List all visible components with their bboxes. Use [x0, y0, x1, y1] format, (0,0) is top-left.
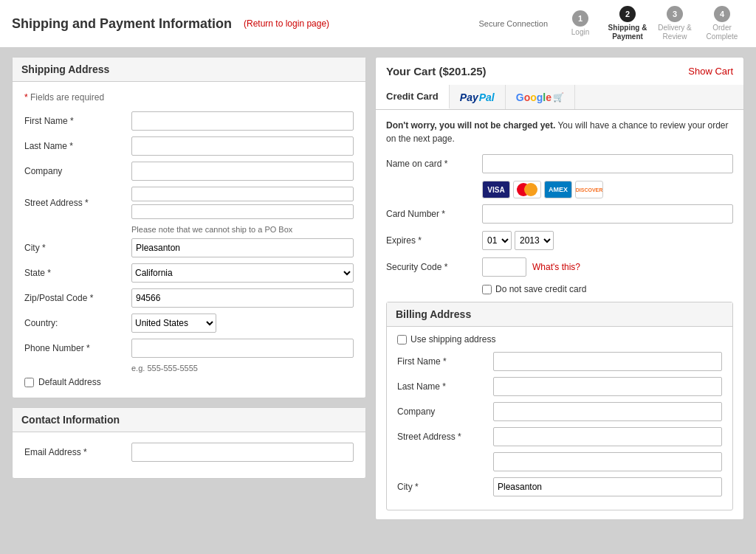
name-on-card-input[interactable]: [482, 154, 733, 173]
email-label: Email Address *: [24, 447, 131, 457]
g-cart-icon: 🛒: [553, 92, 564, 103]
step-circle-3: 3: [667, 6, 683, 22]
zip-input[interactable]: [131, 288, 354, 308]
billing-header: Billing Address: [387, 302, 732, 327]
billing-body: Use shipping address First Name * Last N…: [387, 327, 732, 510]
no-charge-bold: Don't worry, you will not be charged yet…: [386, 120, 555, 131]
shipping-address-section: Shipping Address * Fields are required F…: [12, 57, 366, 398]
do-not-save-checkbox[interactable]: [482, 285, 492, 294]
contact-body: Email Address *: [13, 432, 365, 478]
step-label-2: Shipping &Payment: [608, 24, 647, 41]
step-login: 1 Login: [558, 10, 602, 37]
show-cart-link[interactable]: Show Cart: [688, 66, 733, 77]
mastercard-icon: [513, 181, 541, 198]
google-logo: G o o g l e 🛒: [516, 91, 564, 103]
step-order-complete: 4 OrderComplete: [700, 6, 744, 41]
required-note-text: Fields are required: [30, 92, 104, 103]
billing-street-row: Street Address *: [397, 427, 722, 446]
first-name-label: First Name *: [24, 116, 131, 126]
street-input-1[interactable]: [131, 187, 354, 201]
default-address-checkbox[interactable]: [24, 378, 34, 387]
whats-this-link[interactable]: What's this?: [532, 262, 580, 272]
state-label: State *: [24, 268, 131, 278]
billing-company-input[interactable]: [493, 402, 722, 421]
city-row: City *: [24, 238, 354, 257]
country-label: Country:: [24, 318, 131, 328]
billing-first-name-input[interactable]: [493, 352, 722, 371]
left-panel: Shipping Address * Fields are required F…: [12, 57, 366, 520]
use-shipping-label: Use shipping address: [410, 334, 495, 344]
zip-label: Zip/Postal Code *: [24, 293, 131, 303]
g-letter-o2: o: [530, 91, 537, 103]
payment-body: Don't worry, you will not be charged yet…: [375, 110, 744, 520]
phone-row: Phone Number *: [24, 339, 354, 358]
step-shipping-payment: 2 Shipping &Payment: [605, 6, 650, 41]
billing-company-row: Company: [397, 402, 722, 421]
step-circle-1: 1: [572, 10, 588, 27]
default-address-label: Default Address: [38, 377, 101, 387]
country-select[interactable]: United States Canada: [131, 314, 216, 333]
city-input[interactable]: [131, 238, 354, 257]
billing-last-name-label: Last Name *: [397, 381, 493, 392]
street-address-row: Street Address *: [24, 187, 354, 219]
tab-google[interactable]: G o o g l e 🛒: [506, 85, 575, 109]
security-code-input[interactable]: [482, 257, 526, 277]
discover-icon: DISCOVER: [575, 181, 603, 198]
return-login-link[interactable]: (Return to login page): [244, 18, 329, 29]
step-label-3: Delivery &Review: [658, 24, 692, 41]
expires-month-select[interactable]: 01020304 05060708 09101112: [482, 231, 512, 250]
billing-street-input[interactable]: [493, 427, 722, 446]
top-bar: Shipping and Payment Information (Return…: [0, 0, 756, 48]
billing-street-input-2[interactable]: [493, 452, 722, 471]
billing-last-name-row: Last Name *: [397, 377, 722, 396]
cart-bar: Your Cart ($201.25) Show Cart: [375, 57, 744, 85]
email-input[interactable]: [131, 443, 354, 462]
expires-row: Expires * 01020304 05060708 09101112 201…: [386, 231, 733, 250]
street-inputs: [131, 187, 354, 219]
street-input-2[interactable]: [131, 204, 354, 219]
expires-year-select[interactable]: 2013201420152016 2017201820192020: [515, 231, 554, 250]
cart-total: Your Cart ($201.25): [386, 65, 487, 77]
card-number-input[interactable]: [482, 204, 733, 224]
name-on-card-label: Name on card *: [386, 159, 482, 169]
company-label: Company: [24, 166, 131, 176]
last-name-input[interactable]: [131, 136, 354, 156]
state-row: State * California Alabama New York: [24, 263, 354, 283]
security-group: What's this?: [482, 257, 580, 277]
payment-tabs: Credit Card Pay Pal G o o g l e 🛒: [375, 85, 744, 110]
shipping-address-header: Shipping Address: [13, 58, 365, 82]
name-on-card-row: Name on card *: [386, 154, 733, 173]
billing-first-name-label: First Name *: [397, 356, 493, 367]
paypal-p2: Pal: [479, 91, 495, 103]
last-name-row: Last Name *: [24, 136, 354, 156]
use-shipping-checkbox[interactable]: [397, 335, 407, 344]
page-title: Shipping and Payment Information: [12, 16, 232, 32]
tab-paypal[interactable]: Pay Pal: [450, 85, 506, 109]
phone-hint: e.g. 555-555-5555: [131, 364, 354, 373]
billing-first-name-row: First Name *: [397, 352, 722, 371]
paypal-p1: Pay: [460, 91, 478, 103]
no-charge-note: Don't worry, you will not be charged yet…: [386, 119, 733, 145]
phone-input[interactable]: [131, 339, 354, 358]
step-circle-2: 2: [619, 6, 636, 22]
step-delivery-review: 3 Delivery &Review: [653, 6, 697, 41]
first-name-input[interactable]: [131, 111, 354, 131]
mc-orange-circle: [524, 183, 537, 196]
steps-area: Secure Connection 1 Login 2 Shipping &Pa…: [478, 6, 744, 41]
billing-street-label: Street Address *: [397, 432, 493, 442]
billing-last-name-input[interactable]: [493, 377, 722, 396]
tab-credit-card[interactable]: Credit Card: [376, 85, 450, 109]
use-shipping-row: Use shipping address: [397, 334, 722, 344]
security-code-row: Security Code * What's this?: [386, 257, 733, 277]
step-label-4: OrderComplete: [707, 24, 738, 41]
company-row: Company: [24, 162, 354, 181]
state-select[interactable]: California Alabama New York: [131, 263, 354, 283]
main-content: Shipping Address * Fields are required F…: [0, 48, 756, 529]
tab-credit-card-label: Credit Card: [386, 91, 439, 102]
company-input[interactable]: [131, 162, 354, 181]
g-letter-g2: g: [537, 91, 543, 103]
billing-city-input[interactable]: [493, 477, 722, 496]
security-code-label: Security Code *: [386, 262, 482, 272]
phone-label: Phone Number *: [24, 343, 131, 353]
default-address-row: Default Address: [24, 377, 354, 387]
